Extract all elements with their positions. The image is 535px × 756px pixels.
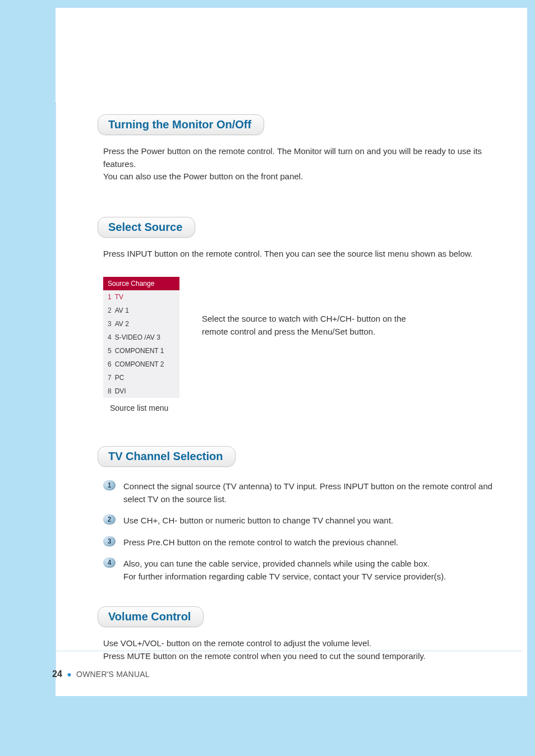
- step-text: Connect the signal source (TV antenna) t…: [123, 480, 510, 505]
- source-item-label: COMPONENT 2: [115, 360, 164, 368]
- source-list-item: 2AV 1: [103, 304, 179, 317]
- section-intro-select-source: Press INPUT button on the remote control…: [103, 248, 510, 261]
- step-item: 2Use CH+, CH- button or numeric button t…: [103, 514, 510, 527]
- step-number-badge: 3: [103, 536, 116, 546]
- source-item-number: 2: [108, 307, 112, 314]
- source-list-caption: Source list menu: [103, 398, 179, 412]
- source-item-number: 6: [108, 360, 112, 368]
- step-number-badge: 2: [103, 514, 116, 525]
- step-number-badge: 4: [103, 558, 116, 568]
- step-text: Use CH+, CH- button or numeric button to…: [123, 514, 393, 527]
- source-item-label: DVI: [115, 387, 126, 395]
- page-footer: 24 ● OWNER'S MANUAL: [52, 669, 150, 679]
- source-box-wrap: Source Change 1TV2AV 13AV 24S-VIDEO /AV …: [103, 277, 179, 412]
- page-outer: Turning the Monitor On/Off Press the Pow…: [0, 0, 535, 756]
- content-area: Turning the Monitor On/Off Press the Pow…: [56, 8, 527, 662]
- source-item-label: AV 2: [115, 320, 129, 328]
- source-list-item: 4S-VIDEO /AV 3: [103, 331, 179, 344]
- source-item-label: S-VIDEO /AV 3: [115, 333, 160, 341]
- step-item: 3Press Pre.CH button on the remote contr…: [103, 536, 510, 549]
- section-heading-tv-channel: TV Channel Selection: [98, 446, 236, 467]
- source-item-label: AV 1: [115, 307, 129, 314]
- step-number-badge: 1: [103, 480, 116, 490]
- source-item-number: 1: [108, 293, 112, 301]
- source-list-header: Source Change: [103, 277, 179, 290]
- source-item-label: COMPONENT 1: [115, 347, 164, 355]
- source-item-number: 5: [108, 347, 112, 355]
- section-body-volume-control: Use VOL+/VOL- button on the remote contr…: [103, 637, 510, 662]
- source-item-number: 3: [108, 320, 112, 328]
- source-item-label: TV: [115, 293, 123, 301]
- decorative-dotted-left: [56, 103, 56, 679]
- footer-label: OWNER'S MANUAL: [76, 670, 150, 679]
- source-list-item: 3AV 2: [103, 317, 179, 331]
- source-list-item: 5COMPONENT 1: [103, 344, 179, 358]
- section-heading-select-source: Select Source: [98, 217, 195, 238]
- footer-bullet-icon: ●: [64, 670, 74, 679]
- step-text: Also, you can tune the cable service, pr…: [123, 558, 446, 583]
- source-list-item: 7PC: [103, 371, 179, 384]
- source-list-menu: Source Change 1TV2AV 13AV 24S-VIDEO /AV …: [103, 277, 179, 398]
- source-description: Select the source to watch with CH+/CH- …: [202, 277, 406, 338]
- source-list-item: 1TV: [103, 290, 179, 304]
- decorative-dotted-bottom: [56, 651, 522, 651]
- steps-list: 1Connect the signal source (TV antenna) …: [103, 480, 510, 583]
- page-inner: Turning the Monitor On/Off Press the Pow…: [56, 8, 527, 696]
- section-heading-turning-on-off: Turning the Monitor On/Off: [98, 114, 264, 135]
- step-item: 4Also, you can tune the cable service, p…: [103, 558, 510, 583]
- source-item-label: PC: [115, 374, 124, 382]
- source-item-number: 8: [108, 387, 112, 395]
- source-item-number: 4: [108, 333, 112, 341]
- page-number: 24: [52, 669, 62, 679]
- section-body-turning-on-off: Press the Power button on the remote con…: [103, 145, 510, 183]
- source-row: Source Change 1TV2AV 13AV 24S-VIDEO /AV …: [103, 277, 510, 412]
- step-text: Press Pre.CH button on the remote contro…: [123, 536, 398, 549]
- step-item: 1Connect the signal source (TV antenna) …: [103, 480, 510, 505]
- section-heading-volume-control: Volume Control: [98, 606, 204, 627]
- source-list-item: 8DVI: [103, 384, 179, 398]
- source-item-number: 7: [108, 374, 112, 382]
- source-list-item: 6COMPONENT 2: [103, 358, 179, 371]
